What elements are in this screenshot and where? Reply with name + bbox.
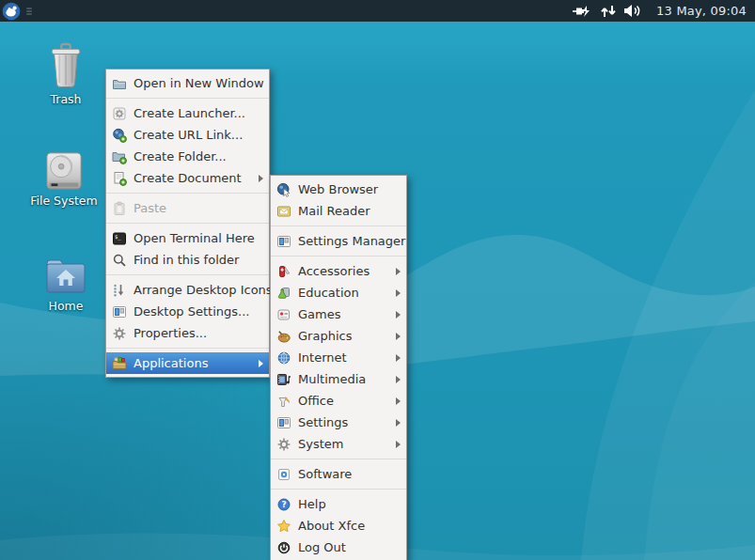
menu-item-office[interactable]: Office (271, 390, 406, 412)
menu-item-label: Software (298, 467, 352, 481)
submenu-arrow-icon (396, 419, 401, 427)
submenu-arrow-icon (396, 289, 401, 297)
menu-item-open-in-new-window[interactable]: Open in New Window (106, 72, 269, 94)
menu-item-label: Internet (298, 350, 347, 365)
submenu-arrow-icon (396, 397, 401, 405)
panel-indicator-icon[interactable] (26, 7, 32, 16)
logout-icon (276, 540, 291, 555)
star-icon (276, 519, 291, 534)
menu-item-about-xfce[interactable]: About Xfce (271, 515, 406, 537)
menu-item-games[interactable]: Games (271, 303, 406, 325)
search-icon (112, 253, 127, 268)
education-icon (276, 286, 291, 301)
home-folder-icon (43, 248, 88, 297)
menu-item-label: Graphics (298, 329, 352, 343)
menu-item-settings[interactable]: Settings (271, 412, 406, 433)
games-icon (276, 307, 291, 322)
menu-item-label: Create URL Link... (134, 128, 243, 142)
new-folder-icon (112, 149, 127, 164)
menu-separator (106, 348, 269, 349)
desktop-icon-home[interactable]: Home (21, 248, 111, 313)
menu-item-label: Settings Manager (298, 234, 405, 248)
multimedia-icon (276, 372, 291, 387)
menu-item-properties[interactable]: Properties... (106, 322, 269, 344)
applications-menu: Web Browser Mail Reader Settings Manager (270, 175, 407, 560)
context-menu: Open in New Window Create Launcher... Cr… (105, 69, 270, 378)
menu-item-label: Office (298, 394, 334, 408)
audio-volume-icon[interactable] (622, 4, 643, 18)
accessories-icon (276, 264, 291, 279)
menu-item-find-in-this-folder[interactable]: Find in this folder (106, 249, 269, 271)
top-panel: 13 May, 09:04 (0, 0, 755, 22)
menu-separator (271, 459, 406, 459)
menu-separator (106, 274, 269, 275)
submenu-arrow-icon (396, 311, 401, 319)
submenu-arrow-icon (396, 268, 401, 275)
folder-icon (112, 76, 127, 91)
submenu-arrow-icon (396, 354, 401, 362)
menu-item-label: Games (298, 307, 340, 321)
office-icon (276, 394, 291, 409)
submenu-arrow-icon (396, 333, 401, 340)
menu-item-web-browser[interactable]: Web Browser (271, 179, 406, 200)
desktop-icon-trash[interactable]: Trash (21, 41, 111, 106)
submenu-arrow-icon (396, 376, 401, 383)
software-icon (276, 467, 291, 482)
gear-icon (112, 326, 127, 341)
clipboard-icon (112, 201, 127, 216)
menu-item-create-document[interactable]: Create Document (106, 167, 269, 189)
menu-item-education[interactable]: Education (271, 282, 406, 303)
launcher-icon (112, 106, 127, 121)
menu-item-log-out[interactable]: Log Out (271, 537, 406, 558)
system-gear-icon (276, 437, 291, 452)
internet-globe-icon (276, 350, 291, 366)
menu-item-label: Applications (134, 356, 208, 370)
menu-item-graphics[interactable]: Graphics (271, 325, 406, 347)
menu-item-multimedia[interactable]: Multimedia (271, 368, 406, 390)
menu-separator (106, 98, 269, 99)
battery-charging-icon[interactable] (572, 5, 594, 18)
menu-item-software[interactable]: Software (271, 463, 406, 485)
url-link-icon (112, 128, 127, 143)
menu-item-system[interactable]: System (271, 433, 406, 455)
menu-item-label: Open in New Window (134, 76, 264, 90)
menu-item-arrange-desktop-icons[interactable]: Arrange Desktop Icons (106, 279, 269, 301)
menu-item-applications[interactable]: Applications (106, 352, 269, 374)
desktop-icon-file-system[interactable]: File System (19, 143, 109, 208)
desktop-icon-label: Trash (50, 93, 81, 106)
menu-separator (106, 193, 269, 194)
menu-item-label: Settings (298, 415, 348, 429)
graphics-icon (276, 329, 291, 344)
web-browser-icon (276, 182, 291, 197)
panel-clock[interactable]: 13 May, 09:04 (656, 4, 747, 18)
menu-item-label: Log Out (298, 540, 346, 554)
new-document-icon (112, 171, 127, 186)
menu-item-label: Education (298, 286, 359, 300)
submenu-arrow-icon (259, 360, 263, 367)
desktop-icon-label: Home (49, 300, 84, 313)
trash-icon (43, 41, 88, 90)
network-transfer-icon[interactable] (600, 5, 617, 18)
menu-item-create-launcher[interactable]: Create Launcher... (106, 102, 269, 124)
menu-item-help[interactable]: ? Help (271, 493, 406, 515)
svg-text:?: ? (281, 500, 286, 509)
menu-item-internet[interactable]: Internet (271, 347, 406, 368)
settings-manager-icon (276, 234, 291, 249)
menu-item-create-url-link[interactable]: Create URL Link... (106, 124, 269, 146)
menu-item-label: Create Folder... (134, 149, 227, 163)
menu-item-label: System (298, 437, 343, 451)
menu-item-label: Help (298, 497, 326, 511)
submenu-arrow-icon (396, 441, 401, 448)
menu-item-accessories[interactable]: Accessories (271, 260, 406, 282)
applications-folder-icon (112, 356, 127, 371)
menu-item-settings-manager[interactable]: Settings Manager (271, 230, 406, 252)
help-icon: ? (276, 497, 291, 512)
menu-item-open-terminal-here[interactable]: $_ Open Terminal Here (106, 227, 269, 249)
menu-item-label: Mail Reader (298, 204, 370, 218)
menu-item-label: Paste (134, 201, 166, 215)
menu-item-mail-reader[interactable]: Mail Reader (271, 200, 406, 222)
menu-item-label: Open Terminal Here (134, 231, 255, 245)
menu-item-create-folder[interactable]: Create Folder... (106, 146, 269, 167)
xubuntu-logo-icon[interactable] (2, 2, 21, 21)
menu-item-desktop-settings[interactable]: Desktop Settings... (106, 301, 269, 322)
